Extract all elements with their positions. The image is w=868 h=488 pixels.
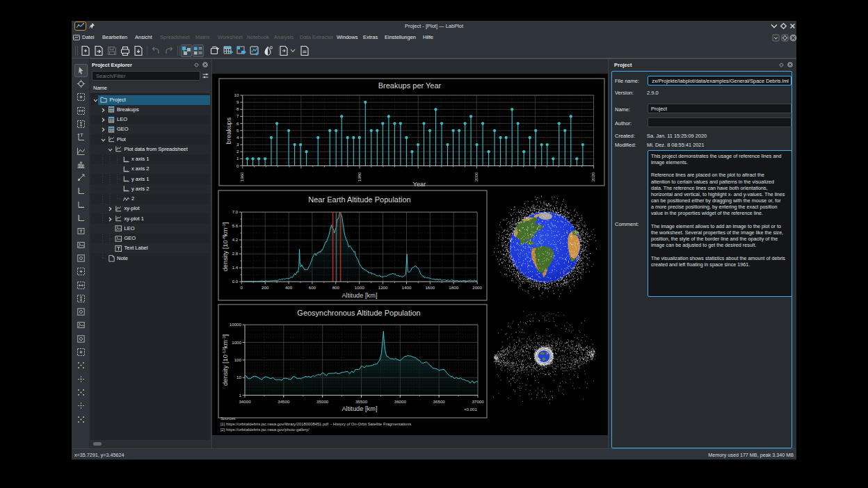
svg-text:1: 1 [236,156,239,161]
svg-text:Geosynchronous Altitude Popula: Geosynchronous Altitude Population [297,309,420,317]
svg-text:5: 5 [236,128,239,133]
svg-text:1000: 1000 [355,285,364,290]
svg-text:800: 800 [332,285,340,290]
svg-text:7: 7 [236,113,239,118]
svg-text:35000: 35000 [316,399,329,404]
svg-text:[2] https://orbitaldebris.jsc.: [2] https://orbitaldebris.jsc.nasa.gov/p… [220,428,310,432]
svg-text:breakups: breakups [225,117,232,145]
svg-text:1960: 1960 [239,172,244,181]
svg-text:2.8: 2.8 [232,251,239,256]
svg-text:Breakups per Year: Breakups per Year [378,81,442,90]
svg-text:2000: 2000 [474,172,479,181]
svg-text:Sources:: Sources: [220,416,236,421]
svg-text:Altitude [km]: Altitude [km] [341,292,377,299]
svg-text:0.0: 0.0 [232,279,239,284]
svg-text:Altitude [km]: Altitude [km] [341,405,377,412]
svg-text:Near Earth Altitude Population: Near Earth Altitude Population [308,195,410,204]
svg-text:1: 1 [239,393,242,398]
svg-text:1.4: 1.4 [232,265,239,270]
svg-text:Year: Year [413,181,426,188]
svg-text:600: 600 [309,285,316,290]
svg-text:9: 9 [236,99,239,104]
svg-text:2020: 2020 [590,172,595,181]
svg-text:34000: 34000 [239,399,251,404]
svg-text:0: 0 [241,285,243,290]
svg-text:1800: 1800 [449,285,458,290]
svg-text:100: 100 [234,357,242,362]
svg-text:34500: 34500 [278,399,290,404]
svg-text:4.2: 4.2 [232,237,239,242]
svg-text:0: 0 [236,163,239,168]
svg-text:35500: 35500 [355,399,368,404]
svg-text:200: 200 [262,285,269,290]
svg-text:10000: 10000 [230,322,242,327]
svg-text:1400: 1400 [402,285,412,290]
svg-text:1200: 1200 [378,285,388,290]
svg-text:density [10-12km-3]: density [10-12km-3] [222,334,229,386]
svg-text:10: 10 [236,375,241,380]
svg-text:3: 3 [236,142,239,147]
svg-text:[1] https://orbitaldebris.jsc.: [1] https://orbitaldebris.jsc.nasa.gov/l… [220,422,411,426]
svg-text:7.0: 7.0 [232,209,239,214]
svg-text:36000: 36000 [394,399,407,404]
svg-text:2: 2 [236,149,239,154]
svg-text:×0.001: ×0.001 [464,407,478,412]
svg-text:5.6: 5.6 [232,223,239,228]
svg-text:8: 8 [236,106,239,111]
svg-text:36500: 36500 [433,399,446,404]
svg-text:37000: 37000 [472,399,484,404]
svg-text:2000: 2000 [472,285,482,290]
svg-text:4: 4 [236,135,239,140]
svg-text:1980: 1980 [357,172,362,181]
svg-text:6: 6 [236,121,239,126]
svg-text:1000: 1000 [232,340,241,345]
svg-text:400: 400 [285,285,293,290]
svg-text:1600: 1600 [425,285,435,290]
svg-text:density [10-8km-3]: density [10-8km-3] [222,222,229,272]
svg-text:10: 10 [234,92,239,97]
